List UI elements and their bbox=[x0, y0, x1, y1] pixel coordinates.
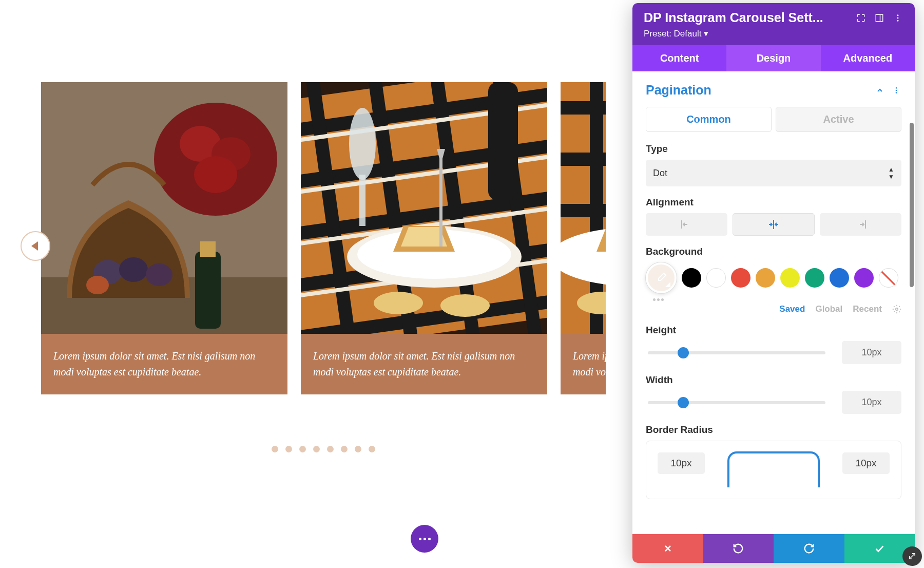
pagination-dot[interactable] bbox=[327, 446, 334, 452]
tab-design[interactable]: Design bbox=[726, 45, 820, 71]
svg-point-30 bbox=[440, 294, 490, 317]
color-swatch-yellow[interactable] bbox=[780, 268, 800, 288]
svg-point-9 bbox=[86, 276, 109, 294]
svg-rect-52 bbox=[681, 220, 682, 229]
card-caption: Lorem ipsum dolor sit amet. Est nisi gal… bbox=[41, 334, 287, 394]
height-input[interactable] bbox=[842, 341, 901, 364]
color-swatch-green[interactable] bbox=[805, 268, 824, 288]
svg-point-7 bbox=[119, 257, 148, 282]
width-input[interactable] bbox=[842, 391, 901, 414]
cancel-button[interactable] bbox=[632, 534, 703, 563]
radius-tr-input[interactable] bbox=[842, 452, 890, 474]
svg-point-50 bbox=[896, 89, 897, 91]
svg-rect-33 bbox=[488, 82, 518, 200]
chevron-up-icon[interactable] bbox=[875, 85, 885, 96]
carousel-card: Lorem ipsum dolor sit amet. Est nisi gal… bbox=[41, 82, 287, 394]
pagination-dot[interactable] bbox=[355, 446, 361, 452]
settings-panel: DP Instagram Carousel Sett... Preset: De… bbox=[632, 3, 915, 563]
snap-icon[interactable] bbox=[874, 12, 885, 24]
svg-rect-10 bbox=[195, 252, 221, 329]
carousel-pagination bbox=[41, 446, 606, 452]
carousel-prev-button[interactable] bbox=[21, 231, 50, 261]
color-tab-recent[interactable]: Recent bbox=[853, 304, 882, 314]
kebab-icon[interactable] bbox=[891, 85, 901, 96]
panel-body[interactable]: Pagination Common Active Type Dot ▲▼ Ali… bbox=[632, 71, 915, 534]
tab-advanced[interactable]: Advanced bbox=[821, 45, 915, 71]
pagination-dot[interactable] bbox=[299, 446, 306, 452]
slider-thumb[interactable] bbox=[678, 347, 689, 358]
label-width: Width bbox=[646, 374, 901, 386]
card-caption: Lorem ipsum dolor sit amet. Est nisi gal… bbox=[301, 334, 547, 394]
svg-line-58 bbox=[910, 554, 915, 559]
color-swatch-orange[interactable] bbox=[756, 268, 775, 288]
svg-rect-54 bbox=[865, 220, 866, 229]
svg-rect-11 bbox=[200, 241, 216, 257]
subtab-common[interactable]: Common bbox=[646, 107, 772, 132]
carousel-card: Lorem ipsum dolor sit amet. Est nisi gal… bbox=[561, 82, 606, 394]
card-image bbox=[41, 82, 287, 334]
scrollbar[interactable] bbox=[910, 123, 914, 287]
preset-selector[interactable]: Preset: Default ▾ bbox=[644, 28, 903, 39]
align-left-button[interactable] bbox=[646, 213, 727, 236]
svg-point-48 bbox=[897, 20, 899, 21]
color-swatch-red[interactable] bbox=[731, 268, 750, 288]
gear-icon[interactable] bbox=[892, 305, 901, 314]
label-height: Height bbox=[646, 325, 901, 336]
slider-thumb[interactable] bbox=[678, 397, 689, 408]
label-type: Type bbox=[646, 143, 901, 155]
kebab-icon[interactable] bbox=[892, 12, 903, 24]
color-swatch-blue[interactable] bbox=[830, 268, 849, 288]
color-tab-saved[interactable]: Saved bbox=[779, 304, 805, 314]
color-swatch-black[interactable] bbox=[682, 268, 701, 288]
pagination-dot[interactable] bbox=[369, 446, 375, 452]
label-background: Background bbox=[646, 246, 901, 257]
width-slider[interactable] bbox=[648, 401, 825, 404]
label-border-radius: Border Radius bbox=[646, 424, 901, 436]
card-image bbox=[301, 82, 547, 334]
section-title-pagination[interactable]: Pagination bbox=[646, 83, 869, 98]
svg-point-31 bbox=[349, 108, 376, 180]
carousel-module: Lorem ipsum dolor sit amet. Est nisi gal… bbox=[41, 82, 606, 452]
panel-footer bbox=[632, 534, 915, 563]
subtab-active[interactable]: Active bbox=[776, 107, 901, 132]
color-swatch-white[interactable] bbox=[706, 268, 726, 288]
card-image bbox=[561, 82, 606, 334]
color-swatch-none[interactable] bbox=[879, 268, 898, 288]
type-select[interactable]: Dot ▲▼ bbox=[646, 160, 901, 186]
align-right-button[interactable] bbox=[820, 213, 901, 236]
select-value: Dot bbox=[653, 168, 667, 179]
pagination-dot[interactable] bbox=[285, 446, 292, 452]
pagination-dot[interactable] bbox=[313, 446, 320, 452]
radius-tl-input[interactable] bbox=[658, 452, 705, 474]
border-radius-control bbox=[646, 441, 901, 499]
tab-content[interactable]: Content bbox=[632, 45, 726, 71]
undo-button[interactable] bbox=[703, 534, 774, 563]
carousel-card: Lorem ipsum dolor sit amet. Est nisi gal… bbox=[301, 82, 547, 394]
color-picker-button[interactable] bbox=[646, 262, 677, 293]
panel-header: DP Instagram Carousel Sett... Preset: De… bbox=[632, 3, 915, 45]
pagination-dot[interactable] bbox=[272, 446, 278, 452]
svg-rect-34 bbox=[439, 154, 442, 247]
carousel-track: Lorem ipsum dolor sit amet. Est nisi gal… bbox=[41, 82, 606, 394]
svg-rect-53 bbox=[773, 220, 774, 229]
builder-fab-button[interactable] bbox=[411, 525, 438, 553]
expand-icon[interactable] bbox=[855, 12, 867, 24]
svg-point-29 bbox=[374, 292, 423, 314]
svg-rect-32 bbox=[359, 175, 365, 226]
svg-rect-44 bbox=[876, 14, 883, 22]
color-tab-global[interactable]: Global bbox=[815, 304, 842, 314]
svg-point-55 bbox=[896, 308, 898, 311]
height-slider[interactable] bbox=[648, 351, 825, 354]
redo-button[interactable] bbox=[774, 534, 844, 563]
card-caption: Lorem ipsum dolor sit amet. Est nisi gal… bbox=[561, 334, 606, 394]
preview-expand-button[interactable] bbox=[902, 546, 922, 566]
svg-point-51 bbox=[896, 92, 897, 93]
align-center-button[interactable] bbox=[733, 213, 815, 236]
more-swatches-icon[interactable] bbox=[653, 298, 901, 301]
svg-point-5 bbox=[194, 156, 237, 193]
panel-title: DP Instagram Carousel Sett... bbox=[644, 10, 848, 25]
builder-canvas[interactable]: Lorem ipsum dolor sit amet. Est nisi gal… bbox=[0, 0, 647, 568]
color-swatch-purple[interactable] bbox=[854, 268, 874, 288]
pagination-dot[interactable] bbox=[341, 446, 348, 452]
svg-point-49 bbox=[896, 87, 897, 89]
